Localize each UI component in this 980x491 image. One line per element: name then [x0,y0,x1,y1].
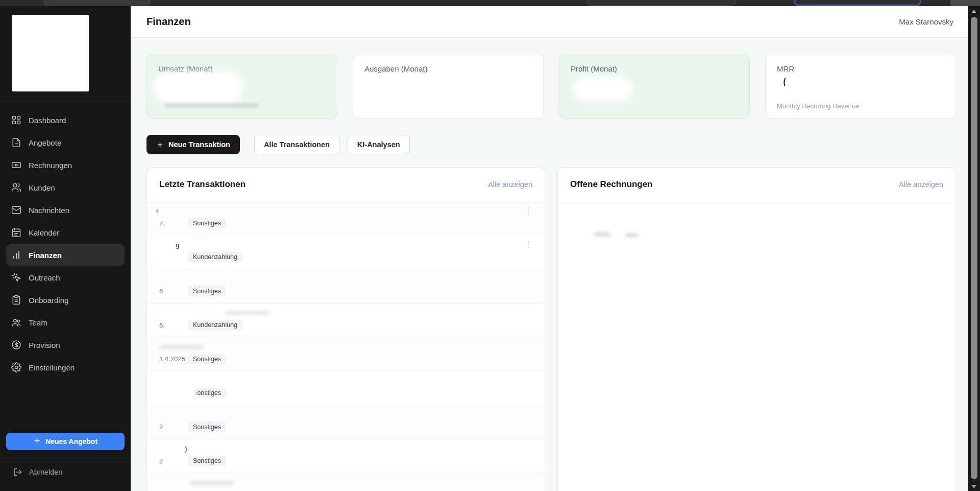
stat-card-subtitle: Monthly Recurring Revenue [777,102,859,110]
browser-button-remnant [950,0,980,6]
transaction-row[interactable]: 7. Sonstiges ⋮ [147,201,545,236]
banknote-icon [11,160,21,170]
invoices-panel: Offene Rechnungen Alle anzeigen [557,167,956,491]
transaction-category-badge: Sonstiges [188,218,226,228]
ki-analysen-button[interactable]: KI-Analysen [348,135,410,154]
redacted-smudge [226,311,270,315]
redacted-value-blob [154,72,243,103]
transactions-show-all-link[interactable]: Alle anzeigen [488,180,532,189]
stat-card-ausgaben-monat: Ausgaben (Monat) [353,54,544,119]
transaction-date: 6. [159,321,188,329]
transaction-row[interactable]: Sonstiges [147,371,545,406]
sidebar-item-angebote[interactable]: Angebote [6,131,125,154]
stat-card-label: Profit (Monat) [571,64,738,73]
transaction-title-redacted [159,410,226,420]
clipboard-icon [11,295,21,305]
redacted-smudge [594,232,611,237]
stat-card-profit-monat: Profit (Monat) [559,54,750,119]
plus-icon [156,141,164,149]
sidebar-item-finanzen[interactable]: Finanzen [6,244,125,266]
transaction-title-redacted [159,206,226,216]
transaction-category-badge: Sonstiges [188,422,226,432]
transaction-date: 1.4.2026 [159,355,188,363]
document-icon [11,137,21,148]
page-title: Finanzen [146,16,191,28]
transaction-date: 6 [159,287,188,295]
sidebar-item-onboarding[interactable]: Onboarding [6,289,125,311]
scrollbar-up-arrow-icon[interactable] [971,10,976,13]
sidebar-item-nachrichten[interactable]: Nachrichten [6,199,125,221]
sidebar-bottom-divider [0,461,131,461]
new-offer-label: Neues Angebot [45,437,97,446]
row-menu-icon[interactable]: ⋮ [525,240,532,249]
stat-card-label: Ausgaben (Monat) [364,64,532,73]
sidebar-item-provision[interactable]: Provision [6,334,125,356]
transaction-row[interactable]: 6 Sonstiges [147,269,545,303]
transaction-row[interactable]: 6. Kundenzahlung [147,303,545,338]
sidebar-item-outreach[interactable]: Outreach [6,266,125,289]
plus-icon [33,437,41,446]
sidebar-item-rechnungen[interactable]: Rechnungen [6,154,125,176]
redacted-smudge [164,103,259,108]
stat-card-label: MRR [777,64,944,73]
transaction-title-redacted [159,274,226,284]
window-scrollbar[interactable] [968,6,980,491]
panels-row: Letzte Transaktionen Alle anzeigen 7. So… [146,167,956,491]
invoices-panel-body [558,201,955,491]
user-name: Max Starnovsky [899,17,953,26]
transaction-date: 2 [159,423,188,431]
gear-icon [11,362,21,372]
transaction-row[interactable]: ) 2 Sonstiges [147,439,545,474]
transaction-category-badge: Kundenzahlung [188,252,242,263]
cursor-click-icon [11,272,21,283]
transaction-date: 2 [159,457,188,465]
sidebar-divider [0,102,131,102]
transactions-panel-title: Letzte Transaktionen [159,179,246,190]
browser-tab-remnant [43,0,151,6]
logout-icon [13,467,22,477]
sidebar-item-kalender[interactable]: Kalender [6,221,125,244]
scrollbar-down-arrow-icon[interactable] [971,485,976,488]
transaction-title-redacted [159,342,226,352]
redacted-smudge [625,233,639,238]
browser-addressbar-remnant [794,0,921,6]
stat-cards-row: Umsatz (Monat) Ausgaben (Monat) Profit (… [146,54,956,119]
bar-chart-icon [11,250,21,260]
scrollbar-thumb[interactable] [971,17,977,479]
team-icon [11,317,21,328]
sidebar-item-kunden[interactable]: Kunden [6,176,125,199]
transaction-category-badge: Kundenzahlung [188,320,242,331]
transaction-title-redacted: g [159,240,242,250]
transactions-list: 7. Sonstiges ⋮ g Kundenzahlung ⋮ [147,201,545,491]
sidebar-item-team[interactable]: Team [6,311,125,334]
redacted-smudge [156,209,158,213]
calendar-icon [11,227,21,238]
transaction-row[interactable] [147,473,545,491]
transaction-title-redacted [159,308,270,318]
transaction-row[interactable]: g Kundenzahlung ⋮ [147,236,545,270]
sidebar: Dashboard Angebote Rechnungen Kunden Nac… [0,0,131,491]
stat-card-mrr: MRR Monthly Recurring Revenue [765,54,956,119]
invoices-panel-title: Offene Rechnungen [570,179,653,190]
transaction-category-badge: Sonstiges [188,456,226,466]
alle-transaktionen-button[interactable]: Alle Transaktionen [254,135,339,154]
new-offer-button[interactable]: Neues Angebot [6,433,125,450]
invoices-show-all-link[interactable]: Alle anzeigen [899,180,943,189]
transaction-row[interactable]: 2 Sonstiges [147,405,545,439]
redaction-blob [185,386,197,399]
stat-card-umsatz-monat: Umsatz (Monat) [146,54,337,119]
sidebar-item-dashboard[interactable]: Dashboard [6,109,125,131]
transaction-title-redacted [159,478,234,488]
users-icon [11,182,21,193]
page-header: Finanzen Max Starnovsky [131,6,968,38]
neue-transaktion-button[interactable]: Neue Transaktion [146,135,240,154]
browser-toolbar-remnant [587,0,736,6]
transaction-category-badge: Sonstiges [188,354,226,364]
transaction-date: 7. [159,219,188,227]
row-menu-icon[interactable]: ⋮ [525,206,532,215]
logout-button[interactable]: Abmelden [13,467,62,477]
transaction-row[interactable]: 1.4.2026 Sonstiges [147,337,545,371]
redacted-smudge [190,481,234,485]
sidebar-item-einstellungen[interactable]: Einstellungen [6,356,125,379]
redacted-value-blob [573,77,633,101]
